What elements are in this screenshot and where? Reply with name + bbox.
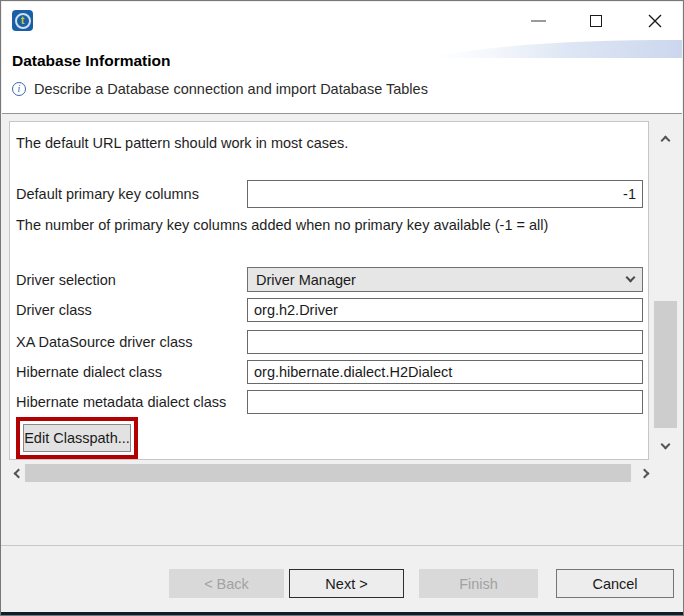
driver-selection-label: Driver selection	[16, 272, 247, 288]
primary-key-row: Default primary key columns	[16, 180, 643, 208]
app-icon: t	[12, 10, 33, 31]
page-title: Database Information	[12, 52, 170, 70]
minimize-icon	[531, 20, 546, 22]
driver-selection-row: Driver selection Driver Manager	[16, 267, 643, 292]
xa-datasource-row: XA DataSource driver class	[16, 329, 643, 354]
page-description: Describe a Database connection and impor…	[34, 81, 428, 97]
chevron-down-icon	[626, 273, 636, 283]
hibernate-metadata-row: Hibernate metadata dialect class	[16, 390, 643, 414]
info-row: i Describe a Database connection and imp…	[12, 81, 428, 97]
back-button[interactable]: < Back	[169, 569, 284, 598]
hibernate-dialect-input[interactable]	[247, 360, 643, 384]
close-button[interactable]	[632, 2, 678, 40]
xa-datasource-input[interactable]	[247, 330, 643, 354]
driver-class-label: Driver class	[16, 302, 247, 318]
finish-button[interactable]: Finish	[419, 569, 538, 598]
wizard-dialog-window: t Database Information i Describe a Data…	[0, 0, 684, 616]
minimize-button[interactable]	[515, 2, 561, 40]
maximize-icon	[590, 15, 602, 27]
cancel-button[interactable]: Cancel	[556, 569, 674, 598]
app-icon-ring: t	[15, 13, 31, 29]
hibernate-dialect-label: Hibernate dialect class	[16, 364, 247, 380]
driver-class-input[interactable]	[247, 298, 643, 322]
driver-class-row: Driver class	[16, 298, 643, 322]
info-icon: i	[12, 82, 26, 96]
next-button[interactable]: Next >	[289, 569, 404, 598]
close-icon	[648, 14, 662, 28]
app-icon-letter: t	[21, 15, 25, 26]
content-panel: The default URL pattern should work in m…	[9, 121, 649, 460]
banner-decoration-swoosh	[428, 38, 682, 60]
primary-key-input[interactable]	[247, 180, 643, 208]
vertical-scrollbar[interactable]	[652, 122, 679, 460]
hibernate-metadata-label: Hibernate metadata dialect class	[16, 394, 247, 410]
hibernate-dialect-row: Hibernate dialect class	[16, 360, 643, 384]
driver-selection-select[interactable]: Driver Manager	[247, 267, 643, 292]
horizontal-scrollbar-thumb[interactable]	[25, 464, 631, 482]
hibernate-metadata-input[interactable]	[247, 390, 643, 414]
window-bottom-border	[1, 612, 683, 615]
chevron-left-icon	[13, 468, 23, 478]
maximize-button[interactable]	[573, 2, 619, 40]
url-pattern-note: The default URL pattern should work in m…	[16, 135, 348, 151]
scroll-down-button[interactable]	[652, 434, 679, 458]
primary-key-label: Default primary key columns	[16, 186, 247, 202]
footer-separator	[1, 545, 683, 546]
annotation-highlight-box: Edit Classpath...	[16, 417, 138, 459]
chevron-up-icon	[661, 135, 671, 145]
horizontal-scrollbar[interactable]	[9, 463, 653, 483]
wizard-banner: t Database Information i Describe a Data…	[2, 2, 682, 114]
vertical-scrollbar-thumb[interactable]	[654, 301, 677, 428]
chevron-down-icon	[661, 439, 671, 449]
primary-key-help: The number of primary key columns added …	[16, 217, 548, 233]
scroll-right-button[interactable]	[635, 463, 653, 483]
xa-datasource-label: XA DataSource driver class	[16, 334, 247, 350]
driver-selection-value: Driver Manager	[256, 272, 627, 288]
chevron-right-icon	[639, 468, 649, 478]
edit-classpath-button[interactable]: Edit Classpath...	[23, 424, 131, 452]
scroll-up-button[interactable]	[652, 128, 679, 152]
